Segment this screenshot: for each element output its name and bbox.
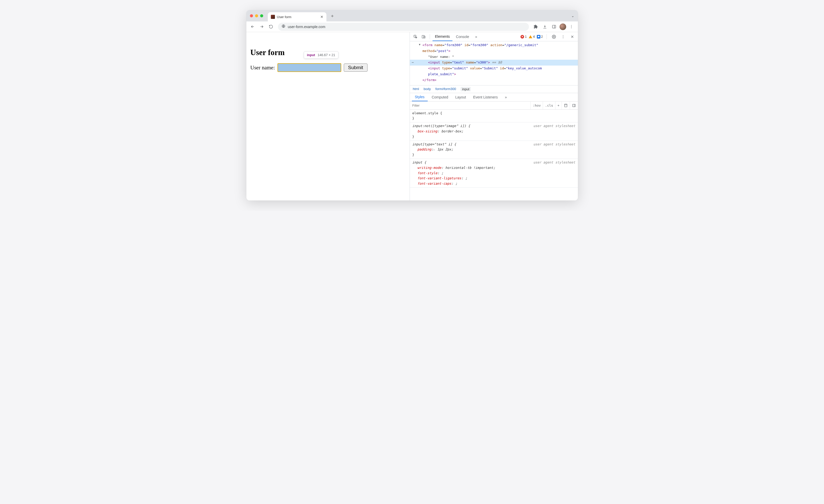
address-bar[interactable]: user-form.example.com <box>278 23 529 31</box>
computed-sidebar-icon[interactable] <box>561 102 570 109</box>
back-button[interactable] <box>249 23 256 31</box>
traffic-lights <box>250 14 263 17</box>
extensions-button[interactable] <box>532 23 540 31</box>
svg-point-10 <box>562 35 563 36</box>
devtools-panel: Elements Console » ✕1 4 2 ▼<form name="f… <box>410 32 578 200</box>
username-input[interactable] <box>278 63 341 72</box>
dom-line[interactable]: plete_submit"> <box>410 72 578 77</box>
styles-filter-input[interactable] <box>410 104 531 107</box>
new-tab-button[interactable]: ＋ <box>330 13 335 19</box>
settings-icon[interactable] <box>550 33 557 40</box>
content-row: input 146.67 × 21 User form User name: S… <box>246 32 578 200</box>
tab-elements[interactable]: Elements <box>432 32 452 41</box>
tab-console[interactable]: Console <box>453 32 472 41</box>
svg-point-5 <box>571 27 572 28</box>
tooltip-tag: input <box>307 53 315 57</box>
dom-tree[interactable]: ▼<form name="form300" id="form300" actio… <box>410 41 578 85</box>
tooltip-dims: 146.67 × 21 <box>317 53 335 57</box>
crumb-input[interactable]: input <box>460 87 471 91</box>
device-toolbar-icon[interactable] <box>420 33 427 40</box>
svg-rect-1 <box>552 25 556 28</box>
crumb-body[interactable]: body <box>424 87 431 91</box>
tab-styles-more[interactable]: » <box>502 93 510 101</box>
browser-window: User form ✕ ＋ ⌄ user-form.example.com in… <box>246 10 578 200</box>
css-rule[interactable]: user agent stylesheet input:not([type="i… <box>410 122 578 140</box>
username-label: User name: <box>250 65 275 71</box>
form-row: User name: Submit <box>250 63 406 72</box>
new-rule-button[interactable]: + <box>555 102 561 109</box>
cls-toggle[interactable]: .cls <box>543 102 555 109</box>
tab-close-icon[interactable]: ✕ <box>320 15 323 19</box>
status-badges: ✕1 4 2 <box>520 33 576 40</box>
dom-line[interactable]: </form> <box>410 77 578 83</box>
inspect-tooltip: input 146.67 × 21 <box>304 51 339 59</box>
downloads-button[interactable] <box>541 23 549 31</box>
url-text: user-form.example.com <box>288 25 325 29</box>
window-zoom-button[interactable] <box>260 14 263 17</box>
window-close-button[interactable] <box>250 14 253 17</box>
errors-badge[interactable]: ✕1 <box>520 35 527 38</box>
svg-point-4 <box>571 26 572 27</box>
window-minimize-button[interactable] <box>255 14 258 17</box>
crumb-html[interactable]: html <box>413 87 419 91</box>
separator <box>546 34 547 39</box>
styles-toolbar: :hov .cls + <box>410 102 578 110</box>
svg-point-11 <box>562 36 563 37</box>
devtools-tabbar: Elements Console » ✕1 4 2 <box>410 32 578 41</box>
inspect-element-icon[interactable] <box>412 33 419 40</box>
dom-line[interactable]: method="post"> <box>410 48 578 54</box>
svg-point-3 <box>571 25 572 25</box>
tab-more[interactable]: » <box>473 32 480 41</box>
svg-point-9 <box>553 36 554 37</box>
dom-line-selected[interactable]: <input type="text" name="n300"> == $0 <box>410 60 578 66</box>
tab-computed[interactable]: Computed <box>429 93 451 101</box>
crumb-form[interactable]: form#form300 <box>435 87 456 91</box>
svg-rect-13 <box>564 104 567 107</box>
profile-avatar[interactable] <box>559 23 566 30</box>
tab-event-listeners[interactable]: Event Listeners <box>470 93 501 101</box>
reload-button[interactable] <box>267 23 275 31</box>
submit-button[interactable]: Submit <box>344 64 368 72</box>
dom-line[interactable]: ▼<form name="form300" id="form300" actio… <box>410 42 578 48</box>
chrome-menu-button[interactable] <box>568 23 575 31</box>
tab-title: User form <box>277 15 318 19</box>
separator <box>430 34 430 39</box>
hov-toggle[interactable]: :hov <box>530 102 543 109</box>
devtools-menu-icon[interactable] <box>559 33 567 40</box>
styles-tabbar: Styles Computed Layout Event Listeners » <box>410 93 578 102</box>
tab-layout[interactable]: Layout <box>452 93 469 101</box>
tab-styles[interactable]: Styles <box>412 93 428 101</box>
devtools-close-icon[interactable] <box>569 33 576 40</box>
dom-line[interactable]: <input type="submit" value="Submit" id="… <box>410 66 578 72</box>
titlebar: User form ✕ ＋ ⌄ <box>246 10 578 21</box>
css-rule[interactable]: user agent stylesheet input { writing-mo… <box>410 159 578 188</box>
rendered-page: input 146.67 × 21 User form User name: S… <box>246 32 410 200</box>
globe-icon <box>282 24 285 29</box>
side-panel-button[interactable] <box>550 23 558 31</box>
warnings-badge[interactable]: 4 <box>529 35 535 38</box>
forward-button[interactable] <box>258 23 266 31</box>
tabs-dropdown-icon[interactable]: ⌄ <box>571 14 574 18</box>
svg-rect-14 <box>572 104 575 107</box>
browser-tab[interactable]: User form ✕ <box>268 12 326 21</box>
toolbar: user-form.example.com <box>246 21 578 32</box>
css-rule[interactable]: element.style { } <box>410 110 578 123</box>
toggle-sidebar-icon[interactable] <box>570 102 578 109</box>
issues-badge[interactable]: 2 <box>537 35 543 38</box>
favicon-icon <box>271 15 275 19</box>
dom-breadcrumb: html body form#form300 input <box>410 85 578 93</box>
svg-point-12 <box>562 37 563 38</box>
css-rule[interactable]: user agent stylesheet input[type="text" … <box>410 141 578 159</box>
styles-body[interactable]: element.style { } user agent stylesheet … <box>410 110 578 200</box>
dom-line[interactable]: "User name: " <box>410 54 578 60</box>
